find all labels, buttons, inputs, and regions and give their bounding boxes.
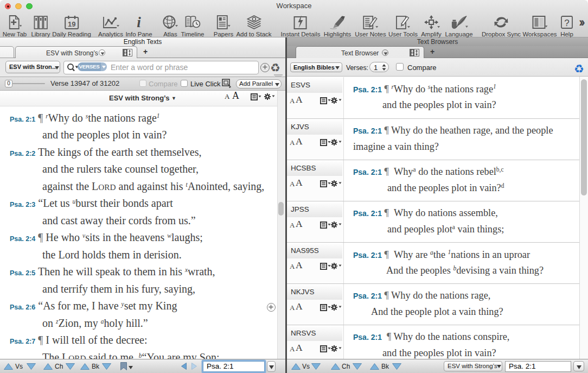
svg-text:19: 19 — [68, 20, 75, 28]
svg-text:?: ? — [564, 18, 569, 28]
